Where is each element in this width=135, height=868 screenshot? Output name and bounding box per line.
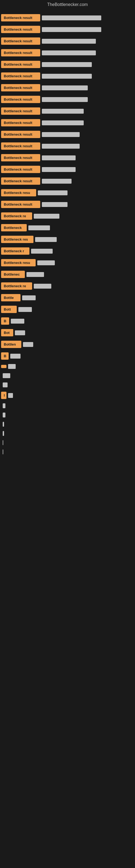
result-row: Bottleneck result (0, 163, 135, 175)
result-row (0, 420, 135, 429)
result-bar (8, 393, 13, 398)
result-bar (42, 144, 80, 149)
bottleneck-result-badge[interactable]: Bottleneck resu (1, 189, 36, 196)
result-row: Bottleneck res (0, 234, 135, 245)
result-row: Bottleneck result (0, 140, 135, 152)
bottleneck-result-badge[interactable]: Bottleneck re (1, 212, 32, 220)
bottleneck-result-badge[interactable]: Bottleneck res (1, 236, 34, 243)
result-bar (34, 284, 51, 289)
result-row: Bottleneck re (0, 280, 135, 292)
result-bar (42, 109, 84, 114)
bottleneck-result-badge[interactable]: Bottleneck result (1, 119, 40, 126)
result-row (0, 401, 135, 410)
result-row (0, 429, 135, 438)
bottleneck-result-badge[interactable]: Bottleneck result (1, 166, 40, 173)
bottleneck-result-badge[interactable]: Bottleneck result (1, 84, 40, 91)
result-row: Bottleneck resu (0, 257, 135, 269)
result-bar (42, 179, 72, 184)
result-row (0, 438, 135, 447)
site-title: TheBottlenecker.com (0, 0, 135, 9)
bottleneck-result-badge[interactable] (1, 365, 6, 368)
result-row: Bottleneck re (0, 210, 135, 222)
result-bar (27, 272, 44, 277)
result-row: Bottleneck result (0, 47, 135, 59)
result-bar (42, 120, 84, 125)
result-bar (42, 155, 76, 160)
result-row: Bottleneck (0, 222, 135, 234)
result-bar (3, 382, 8, 388)
result-bar (35, 237, 57, 242)
result-row: Bottleneck result (0, 152, 135, 163)
bottleneck-result-badge[interactable]: Bottlen (1, 341, 21, 348)
result-bar (23, 342, 33, 347)
result-bar (8, 364, 16, 369)
bottleneck-result-badge[interactable]: Bottleneck result (1, 154, 40, 161)
result-bar (42, 202, 68, 207)
bottleneck-result-badge[interactable]: Bot (1, 329, 13, 336)
bottleneck-result-badge[interactable]: Bottleneck (1, 224, 27, 231)
result-bar (42, 39, 96, 44)
bottleneck-result-badge[interactable]: Bottleneck result (1, 143, 40, 150)
results-container: Bottleneck resultBottleneck resultBottle… (0, 9, 135, 459)
result-row: Bottleneck result (0, 59, 135, 70)
result-bar (3, 422, 4, 427)
result-row: Bottle (0, 292, 135, 304)
result-bar (3, 440, 3, 445)
result-bar (42, 62, 92, 67)
bottleneck-result-badge[interactable]: Bottleneck result (1, 14, 40, 22)
result-row: Bot (0, 327, 135, 339)
result-row: Bottleneck result (0, 175, 135, 187)
bottleneck-result-badge[interactable]: Bottleneck result (1, 49, 40, 56)
result-bar (10, 354, 20, 359)
result-row: Bottleneck result (0, 105, 135, 117)
result-row: Bottlen (0, 339, 135, 350)
result-row (0, 362, 135, 371)
bottleneck-result-badge[interactable]: Bottleneck result (1, 131, 40, 138)
bottleneck-result-badge[interactable]: Bottleneck result (1, 26, 40, 33)
result-row: Bottleneck result (0, 117, 135, 129)
bottleneck-result-badge[interactable]: Bottleneck result (1, 201, 40, 208)
result-bar (22, 296, 36, 300)
bottleneck-result-badge[interactable]: Bottleneck result (1, 37, 40, 45)
result-bar (3, 412, 5, 417)
result-bar (34, 214, 59, 219)
bottleneck-result-badge[interactable]: Bott (1, 306, 17, 313)
result-bar (11, 319, 24, 323)
bottleneck-result-badge[interactable]: B (1, 352, 9, 360)
result-row: Bottleneck result (0, 24, 135, 35)
result-row: Bottleneck resu (0, 187, 135, 198)
result-bar (3, 403, 5, 408)
result-bar (42, 132, 80, 137)
result-bar (42, 51, 96, 55)
result-row: I (0, 390, 135, 401)
bottleneck-result-badge[interactable]: Bottleneck resu (1, 259, 36, 267)
result-bar (31, 249, 53, 254)
bottleneck-result-badge[interactable]: Bottleneck result (1, 107, 40, 115)
result-row (0, 447, 135, 457)
result-row: Bottleneck result (0, 70, 135, 82)
result-row: Bottleneck r (0, 245, 135, 257)
bottleneck-result-badge[interactable]: B (1, 317, 9, 325)
bottleneck-result-badge[interactable]: Bottle (1, 294, 20, 301)
bottleneck-result-badge[interactable]: I (1, 392, 6, 399)
result-row: Bottleneck result (0, 198, 135, 210)
bottleneck-result-badge[interactable]: Bottleneck result (1, 72, 40, 80)
result-row (0, 410, 135, 420)
bottleneck-result-badge[interactable]: Bottlenec (1, 271, 25, 278)
result-bar (37, 260, 55, 265)
result-bar (42, 27, 101, 32)
result-bar (42, 16, 101, 20)
result-row: Bottleneck result (0, 94, 135, 105)
bottleneck-result-badge[interactable]: Bottleneck r (1, 247, 30, 255)
bottleneck-result-badge[interactable]: Bottleneck result (1, 177, 40, 185)
result-row: B (0, 315, 135, 327)
bottleneck-result-badge[interactable]: Bottleneck re (1, 282, 32, 290)
result-row: Bottleneck result (0, 35, 135, 47)
result-bar (42, 74, 92, 79)
result-bar (3, 450, 3, 454)
result-bar (3, 373, 10, 378)
bottleneck-result-badge[interactable]: Bottleneck result (1, 61, 40, 68)
result-row (0, 371, 135, 380)
result-row: Bottlenec (0, 269, 135, 280)
bottleneck-result-badge[interactable]: Bottleneck result (1, 96, 40, 103)
